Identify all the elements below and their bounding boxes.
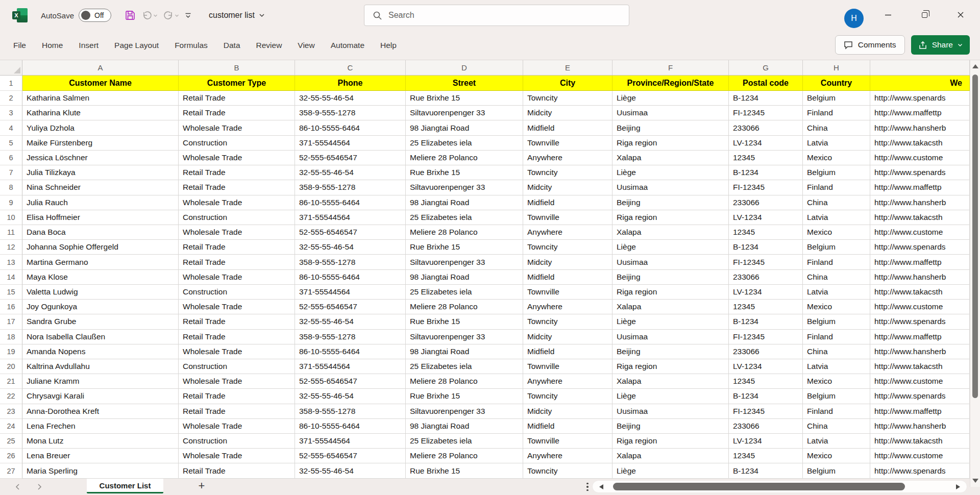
scroll-left-arrow-icon[interactable] xyxy=(599,484,603,489)
cell[interactable]: Anywhere xyxy=(523,151,612,165)
previous-sheet-button[interactable] xyxy=(12,481,23,492)
cell[interactable]: http://www.hansherb xyxy=(870,270,970,285)
cell[interactable]: Construction xyxy=(179,434,295,449)
cell[interactable]: Katharina Klute xyxy=(22,106,179,120)
tab-view[interactable]: View xyxy=(297,38,315,53)
sheet-tab-customer-list[interactable]: Customer List xyxy=(87,479,163,493)
cell[interactable]: 32-55-55-46-54 xyxy=(295,314,406,329)
cell[interactable]: 98 Jiangtai Road xyxy=(406,270,523,285)
row-number[interactable]: 15 xyxy=(0,285,22,300)
cell[interactable]: Construction xyxy=(179,359,295,374)
cell[interactable]: Finland xyxy=(803,106,870,120)
cell[interactable]: 32-55-55-46-54 xyxy=(295,91,406,106)
cell[interactable]: Lena Frechen xyxy=(22,419,179,434)
cell[interactable]: Uusimaa xyxy=(612,180,729,195)
cell[interactable]: http://www.custome xyxy=(870,151,970,165)
cell[interactable]: Liège xyxy=(612,165,729,180)
column-header-f[interactable]: F xyxy=(612,60,729,75)
search-input[interactable] xyxy=(388,11,613,20)
cell[interactable]: 86-10-5555-6464 xyxy=(295,195,406,210)
cell[interactable]: http://www.spenards xyxy=(870,314,970,329)
search-bar[interactable] xyxy=(364,5,629,26)
cell[interactable]: 98 Jiangtai Road xyxy=(406,419,523,434)
column-header-h[interactable]: H xyxy=(803,60,870,75)
cell[interactable]: Latvia xyxy=(803,434,870,449)
cell[interactable]: Midfield xyxy=(523,195,612,210)
cell[interactable]: Maike Fürstenberg xyxy=(22,136,179,151)
cell[interactable]: 12345 xyxy=(729,449,803,463)
cell[interactable]: China xyxy=(803,270,870,285)
cell[interactable]: Maya Klose xyxy=(22,270,179,285)
cell[interactable]: FI-12345 xyxy=(729,404,803,419)
row-number[interactable]: 21 xyxy=(0,374,22,389)
cell[interactable]: Meliere 28 Polanco xyxy=(406,300,523,314)
cell[interactable]: http://www.takacsth xyxy=(870,285,970,300)
row-number[interactable]: 24 xyxy=(0,419,22,434)
horizontal-scrollbar[interactable] xyxy=(592,480,967,493)
cell[interactable]: Kaltrina Avdullahu xyxy=(22,359,179,374)
cell[interactable]: 86-10-5555-6464 xyxy=(295,344,406,359)
cell[interactable]: 358-9-555-1278 xyxy=(295,255,406,269)
cell[interactable]: Chrysavgi Karali xyxy=(22,389,179,404)
cell[interactable]: Xalapa xyxy=(612,449,729,463)
cell[interactable]: http://www.custome xyxy=(870,300,970,314)
header-cell[interactable]: Customer Name xyxy=(22,76,179,91)
cell[interactable]: 52-555-6546547 xyxy=(295,151,406,165)
sheet-options-kebab-icon[interactable] xyxy=(584,481,591,492)
cell[interactable]: China xyxy=(803,195,870,210)
cell[interactable]: Finland xyxy=(803,255,870,269)
cell[interactable]: http://www.spenards xyxy=(870,240,970,255)
column-header-partial[interactable] xyxy=(870,60,970,75)
customize-quick-access-icon[interactable] xyxy=(183,10,193,21)
cell[interactable]: Martina Germano xyxy=(22,255,179,269)
cell[interactable]: Latvia xyxy=(803,285,870,300)
cell[interactable]: 358-9-555-1278 xyxy=(295,106,406,120)
cell[interactable]: Amanda Nopens xyxy=(22,344,179,359)
cell[interactable]: Midcity xyxy=(523,106,612,120)
share-button[interactable]: Share xyxy=(911,35,970,55)
cell[interactable]: Rue Brixhe 15 xyxy=(406,389,523,404)
cell[interactable]: http://www.hansherb xyxy=(870,120,970,135)
cell[interactable]: Riga region xyxy=(612,359,729,374)
cell[interactable]: Belgium xyxy=(803,314,870,329)
cell[interactable]: Liège xyxy=(612,91,729,106)
cell[interactable]: LV-1234 xyxy=(729,210,803,225)
column-header-b[interactable]: B xyxy=(179,60,295,75)
cell[interactable]: Towncity xyxy=(523,91,612,106)
undo-button[interactable] xyxy=(140,8,159,23)
comments-button[interactable]: Comments xyxy=(835,35,905,55)
cell[interactable]: B-1234 xyxy=(729,389,803,404)
cell[interactable]: Belgium xyxy=(803,165,870,180)
row-number[interactable]: 2 xyxy=(0,91,22,106)
cell[interactable]: Finland xyxy=(803,404,870,419)
cell[interactable]: 371-55544564 xyxy=(295,285,406,300)
row-number[interactable]: 22 xyxy=(0,389,22,404)
row-number[interactable]: 5 xyxy=(0,136,22,151)
cell[interactable]: FI-12345 xyxy=(729,330,803,344)
cell[interactable]: 371-55544564 xyxy=(295,434,406,449)
row-number[interactable]: 14 xyxy=(0,270,22,285)
cell[interactable]: Midcity xyxy=(523,330,612,344)
row-number[interactable]: 7 xyxy=(0,165,22,180)
cell[interactable]: 12345 xyxy=(729,300,803,314)
cell[interactable]: 12345 xyxy=(729,151,803,165)
cell[interactable]: 25 Elizabetes iela xyxy=(406,210,523,225)
cell[interactable]: Construction xyxy=(179,136,295,151)
cell[interactable]: http://www.takacsth xyxy=(870,210,970,225)
header-cell[interactable]: City xyxy=(523,76,612,91)
close-button[interactable] xyxy=(949,0,972,30)
cell[interactable]: Wholesale Trade xyxy=(179,270,295,285)
account-avatar[interactable]: H xyxy=(844,9,864,28)
cell[interactable]: China xyxy=(803,120,870,135)
cell[interactable]: Valetta Ludwig xyxy=(22,285,179,300)
cell[interactable]: Joy Ogunkoya xyxy=(22,300,179,314)
row-number[interactable]: 17 xyxy=(0,314,22,329)
cell[interactable]: 98 Jiangtai Road xyxy=(406,120,523,135)
cell[interactable]: http://www.maffettp xyxy=(870,180,970,195)
cell[interactable]: http://www.spenards xyxy=(870,389,970,404)
cell[interactable]: B-1234 xyxy=(729,240,803,255)
column-header-c[interactable]: C xyxy=(295,60,406,75)
tab-file[interactable]: File xyxy=(12,38,27,53)
vertical-scrollbar[interactable] xyxy=(970,60,980,487)
cell[interactable]: Wholesale Trade xyxy=(179,449,295,463)
